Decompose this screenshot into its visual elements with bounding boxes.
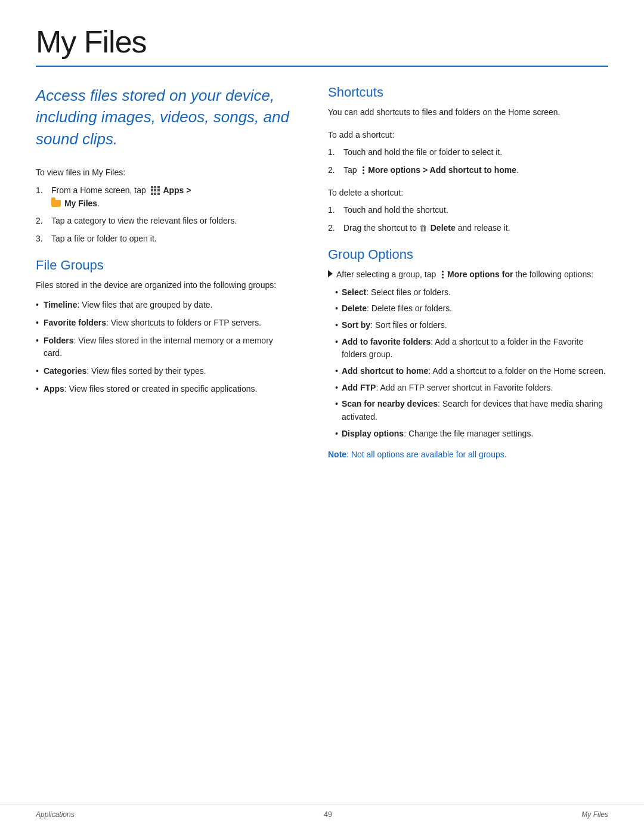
title-rule: [36, 66, 608, 67]
group-option-delete: Delete: Delete files or folders.: [335, 302, 608, 315]
group-options-intro: After selecting a group, tap More option…: [328, 268, 608, 281]
more-options-icon-1: [363, 166, 364, 174]
group-options-list: Select: Select files or folders. Delete:…: [328, 286, 608, 441]
footer-right: My Files: [581, 810, 608, 819]
view-files-steps: 1. From a Home screen, tap Apps > My Fil…: [36, 184, 292, 246]
delete-step-1-num: 1.: [328, 204, 339, 217]
footer-left: Applications: [36, 810, 75, 819]
group-option-display-text: Display options: Change the file manager…: [342, 428, 533, 441]
file-groups-list: Timeline: View files that are grouped by…: [36, 299, 292, 395]
file-group-folders-text: Folders: View files stored in the intern…: [44, 335, 292, 360]
group-option-sort: Sort by: Sort files or folders.: [335, 319, 608, 332]
my-files-label: My Files: [64, 199, 97, 208]
arrow-icon: [328, 270, 333, 277]
group-option-scan: Scan for nearby devices: Search for devi…: [335, 398, 608, 423]
page-container: My Files Access files stored on your dev…: [0, 0, 644, 503]
group-option-add-shortcut: Add shortcut to home: Add a shortcut to …: [335, 365, 608, 378]
group-options-heading: Group Options: [328, 247, 608, 262]
delete-shortcut-steps: 1. Touch and hold the shortcut. 2. Drag …: [328, 204, 608, 234]
group-option-select: Select: Select files or folders.: [335, 286, 608, 299]
step-3: 3. Tap a file or folder to open it.: [36, 233, 292, 246]
add-shortcut-steps: 1. Touch and hold the file or folder to …: [328, 146, 608, 176]
group-option-add-ftp-text: Add FTP: Add an FTP server shortcut in F…: [342, 382, 553, 395]
group-options-intro-text: After selecting a group, tap More option…: [336, 268, 593, 281]
group-option-select-text: Select: Select files or folders.: [342, 286, 451, 299]
delete-step-2: 2. Drag the shortcut to 🗑 Delete and rel…: [328, 222, 608, 235]
file-group-categories-text: Categories: View files sorted by their t…: [44, 365, 206, 378]
group-option-delete-text: Delete: Delete files or folders.: [342, 302, 452, 315]
delete-step-2-text: Drag the shortcut to 🗑 Delete and releas…: [343, 222, 510, 235]
group-option-add-favorite-text: Add to favorite folders: Add a shortcut …: [342, 336, 608, 361]
shortcuts-intro: You can add shortcuts to files and folde…: [328, 106, 608, 119]
group-option-add-favorite: Add to favorite folders: Add a shortcut …: [335, 336, 608, 361]
view-files-label: To view files in My Files:: [36, 166, 292, 179]
step-1: 1. From a Home screen, tap Apps > My Fil…: [36, 184, 292, 210]
group-option-sort-text: Sort by: Sort files or folders.: [342, 319, 447, 332]
note-body: : Not all options are available for all …: [346, 450, 506, 459]
folder-icon: [51, 200, 61, 207]
footer-page-number: 49: [324, 810, 332, 819]
add-step-2-text: Tap More options > Add shortcut to home.: [343, 164, 519, 177]
more-options-icon-2: [442, 271, 444, 278]
add-step-2-num: 2.: [328, 164, 339, 177]
add-step-1-num: 1.: [328, 146, 339, 159]
file-group-timeline: Timeline: View files that are grouped by…: [36, 299, 292, 312]
page-footer: Applications 49 My Files: [0, 804, 644, 819]
step-2: 2. Tap a category to view the relevant f…: [36, 215, 292, 228]
page-title: My Files: [36, 24, 608, 60]
step-1-text: From a Home screen, tap Apps > My Files.: [51, 184, 191, 210]
left-column: Access files stored on your device, incl…: [36, 85, 292, 467]
add-step-1-text: Touch and hold the file or folder to sel…: [343, 146, 502, 159]
add-shortcut-step-1: 1. Touch and hold the file or folder to …: [328, 146, 608, 159]
file-group-favorite-folders: Favorite folders: View shortcuts to fold…: [36, 317, 292, 330]
delete-step-2-num: 2.: [328, 222, 339, 235]
file-group-categories: Categories: View files sorted by their t…: [36, 365, 292, 378]
group-option-add-shortcut-text: Add shortcut to home: Add a shortcut to …: [342, 365, 606, 378]
file-group-timeline-text: Timeline: View files that are grouped by…: [44, 299, 213, 312]
step-3-text: Tap a file or folder to open it.: [51, 233, 157, 246]
file-groups-intro: Files stored in the device are organized…: [36, 279, 292, 292]
group-option-scan-text: Scan for nearby devices: Search for devi…: [342, 398, 608, 423]
step-3-num: 3.: [36, 233, 47, 246]
add-shortcut-label: To add a shortcut:: [328, 129, 608, 142]
shortcuts-heading: Shortcuts: [328, 85, 608, 100]
apps-grid-icon: [151, 186, 160, 195]
step-2-text: Tap a category to view the relevant file…: [51, 215, 237, 228]
right-column: Shortcuts You can add shortcuts to files…: [328, 85, 608, 467]
delete-step-1: 1. Touch and hold the shortcut.: [328, 204, 608, 217]
delete-step-1-text: Touch and hold the shortcut.: [343, 204, 448, 217]
step-1-num: 1.: [36, 184, 47, 210]
file-group-apps-text: Apps: View files stored or created in sp…: [44, 383, 257, 396]
file-groups-heading: File Groups: [36, 258, 292, 273]
add-shortcut-step-2: 2. Tap More options > Add shortcut to ho…: [328, 164, 608, 177]
two-col-layout: Access files stored on your device, incl…: [36, 85, 608, 467]
group-option-add-ftp: Add FTP: Add an FTP server shortcut in F…: [335, 382, 608, 395]
note-bold: Note: [328, 450, 346, 459]
trash-icon: 🗑: [419, 222, 427, 234]
intro-text: Access files stored on your device, incl…: [36, 85, 292, 150]
step-2-num: 2.: [36, 215, 47, 228]
group-option-display: Display options: Change the file manager…: [335, 428, 608, 441]
delete-shortcut-label: To delete a shortcut:: [328, 187, 608, 200]
file-group-apps: Apps: View files stored or created in sp…: [36, 383, 292, 396]
note-text: Note: Not all options are available for …: [328, 448, 608, 462]
file-group-folders: Folders: View files stored in the intern…: [36, 335, 292, 360]
file-group-favorite-folders-text: Favorite folders: View shortcuts to fold…: [44, 317, 261, 330]
